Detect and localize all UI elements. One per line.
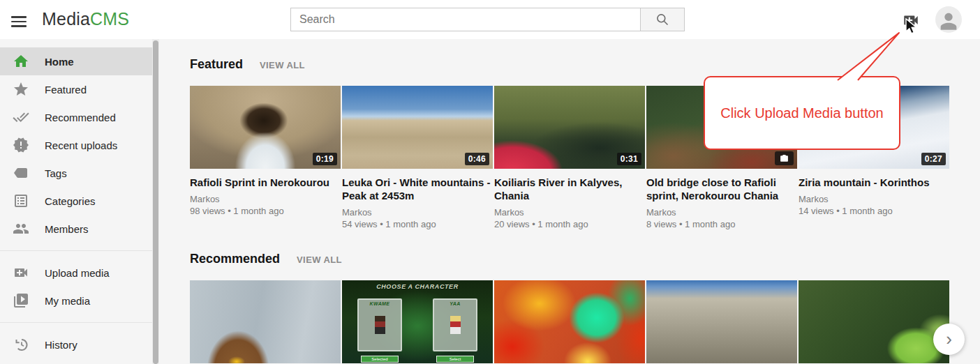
thumb-overlay-text: Select bbox=[436, 356, 474, 363]
sidebar-item-label: Tags bbox=[45, 167, 67, 179]
new-releases-icon bbox=[13, 137, 29, 153]
duration-badge: 0:27 bbox=[921, 153, 946, 165]
video-card bbox=[494, 280, 645, 363]
video-meta: 20 views • 1 month ago bbox=[494, 218, 645, 231]
video-title[interactable]: Rafioli Sprint in Nerokourou bbox=[190, 176, 341, 189]
done-all-icon bbox=[13, 109, 29, 126]
video-title[interactable]: Koiliaris River in Kalyves, Chania bbox=[494, 176, 645, 202]
duration-badge: 0:31 bbox=[617, 153, 641, 165]
thumb-overlay-text: CHOOSE A CHARACTER bbox=[342, 283, 493, 290]
section-title-recommended: Recommended bbox=[190, 252, 280, 266]
recommended-row: CHOOSE A CHARACTER KWAME YAA Selected Se… bbox=[190, 280, 980, 363]
sidebar-item-recent-uploads[interactable]: Recent uploads bbox=[0, 131, 152, 159]
sidebar-item-history[interactable]: History bbox=[0, 331, 152, 358]
video-card bbox=[190, 280, 341, 363]
sidebar-item-label: My media bbox=[45, 295, 90, 307]
video-meta: 14 views • 1 month ago bbox=[799, 205, 949, 218]
video-thumbnail[interactable] bbox=[646, 280, 797, 363]
video-author: Markos bbox=[190, 193, 341, 205]
thumb-overlay-text: YAA bbox=[434, 301, 476, 306]
carousel-next-button[interactable]: › bbox=[933, 324, 965, 355]
recommended-section: Recommended VIEW ALL CHOOSE A CHARACTER … bbox=[190, 252, 980, 363]
tag-icon bbox=[13, 165, 29, 181]
video-author: Markos bbox=[646, 206, 797, 218]
sidebar-item-recommended[interactable]: Recommended bbox=[0, 103, 152, 131]
mediacms-app: MediaCMS Home Featured Recommended bbox=[0, 0, 980, 364]
recommended-view-all-link[interactable]: VIEW ALL bbox=[297, 255, 342, 265]
video-thumbnail[interactable]: 0:46 bbox=[342, 86, 493, 169]
logo[interactable]: MediaCMS bbox=[42, 9, 129, 29]
logo-cms: CMS bbox=[90, 9, 129, 29]
thumb-overlay-text: KWAME bbox=[359, 301, 401, 306]
sidebar-item-label: Members bbox=[45, 223, 89, 235]
sidebar: Home Featured Recommended Recent uploads… bbox=[0, 39, 152, 364]
sidebar-item-label: Featured bbox=[45, 84, 87, 96]
search-input[interactable] bbox=[290, 8, 640, 31]
game-character bbox=[450, 316, 461, 334]
video-card: 0:19 Rafioli Sprint in Nerokourou Markos… bbox=[190, 86, 341, 231]
video-card: 0:46 Leuka Ori - White mountains - Peak … bbox=[342, 86, 493, 231]
upload-media-button[interactable] bbox=[901, 11, 921, 29]
video-meta: 98 views • 1 month ago bbox=[190, 205, 341, 218]
sidebar-item-label: History bbox=[45, 339, 77, 351]
video-title[interactable]: Leuka Ori - White mountains - Peak at 24… bbox=[342, 176, 493, 202]
sidebar-divider bbox=[0, 250, 152, 251]
video-thumbnail[interactable]: CHOOSE A CHARACTER KWAME YAA Selected Se… bbox=[342, 280, 493, 363]
video-call-icon bbox=[13, 264, 29, 281]
video-thumbnail[interactable] bbox=[799, 280, 949, 363]
topbar: MediaCMS bbox=[0, 0, 980, 39]
hamburger-menu-icon[interactable] bbox=[11, 12, 27, 27]
annotation-text: Click Upload Media button bbox=[720, 105, 883, 121]
chevron-right-icon: › bbox=[946, 328, 952, 349]
featured-view-all-link[interactable]: VIEW ALL bbox=[260, 60, 305, 70]
sidebar-item-label: Home bbox=[45, 56, 74, 68]
sidebar-item-tags[interactable]: Tags bbox=[0, 159, 152, 187]
sidebar-item-my-media[interactable]: My media bbox=[0, 287, 152, 314]
video-meta: 54 views • 1 month ago bbox=[342, 218, 493, 231]
star-icon bbox=[13, 81, 29, 98]
sidebar-item-home[interactable]: Home bbox=[0, 47, 152, 75]
thumb-overlay-text: Selected bbox=[361, 356, 399, 363]
camera-icon bbox=[780, 154, 789, 163]
video-card: 0:31 Koiliaris River in Kalyves, Chania … bbox=[494, 86, 645, 231]
video-library-icon bbox=[13, 292, 29, 309]
people-icon bbox=[13, 220, 29, 237]
search-button[interactable] bbox=[640, 8, 685, 31]
thumb-overlay-panel: KWAME bbox=[357, 298, 402, 351]
video-author: Markos bbox=[494, 206, 645, 218]
game-character bbox=[375, 316, 385, 334]
logo-media: Media bbox=[42, 9, 90, 29]
sidebar-item-featured[interactable]: Featured bbox=[0, 75, 152, 103]
duration-badge: 0:19 bbox=[313, 153, 337, 165]
video-author: Markos bbox=[342, 206, 493, 218]
video-card bbox=[646, 280, 797, 363]
search-bar bbox=[290, 8, 685, 31]
sidebar-divider bbox=[0, 322, 152, 323]
video-title[interactable]: Old bridge close to Rafioli sprint, Nero… bbox=[646, 176, 797, 202]
sidebar-item-label: Recent uploads bbox=[45, 139, 117, 151]
sidebar-item-categories[interactable]: Categories bbox=[0, 187, 152, 215]
search-icon bbox=[655, 13, 669, 26]
duration-badge: 0:46 bbox=[465, 153, 489, 165]
sidebar-item-label: Categories bbox=[45, 195, 96, 207]
sidebar-item-upload-media[interactable]: Upload media bbox=[0, 259, 152, 287]
video-thumbnail[interactable] bbox=[190, 280, 341, 363]
person-icon bbox=[937, 9, 960, 33]
sidebar-item-label: Recommended bbox=[45, 112, 116, 123]
sidebar-item-label: Upload media bbox=[45, 267, 110, 279]
list-alt-icon bbox=[13, 192, 29, 209]
user-avatar[interactable] bbox=[935, 6, 962, 33]
sidebar-scrollbar-thumb[interactable] bbox=[153, 40, 158, 364]
video-card bbox=[799, 280, 949, 363]
video-card: CHOOSE A CHARACTER KWAME YAA Selected Se… bbox=[342, 280, 493, 363]
video-thumbnail[interactable] bbox=[494, 280, 645, 363]
video-thumbnail[interactable]: 0:19 bbox=[190, 86, 341, 169]
home-icon bbox=[13, 53, 29, 70]
video-author: Markos bbox=[799, 193, 949, 205]
video-title[interactable]: Ziria mountain - Korinthos bbox=[799, 176, 949, 189]
history-icon bbox=[13, 336, 29, 353]
video-meta: 8 views • 1 month ago bbox=[646, 218, 797, 231]
thumb-overlay-panel: YAA bbox=[433, 298, 477, 351]
sidebar-item-members[interactable]: Members bbox=[0, 215, 152, 243]
video-thumbnail[interactable]: 0:31 bbox=[494, 86, 645, 169]
